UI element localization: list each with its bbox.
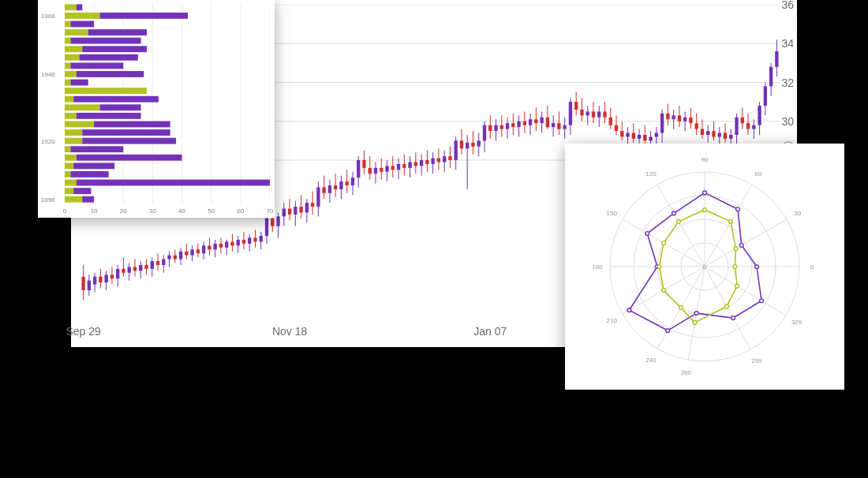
svg-rect-58 [230,241,234,245]
svg-rect-244 [764,86,767,106]
svg-rect-242 [758,106,761,125]
svg-rect-102 [357,160,360,177]
svg-rect-196 [626,133,629,137]
y-tick: 1920 [41,137,55,144]
svg-rect-301 [77,180,270,186]
svg-rect-298 [65,171,70,177]
svg-rect-130 [437,159,440,162]
svg-rect-210 [666,114,669,119]
svg-rect-90 [322,187,325,192]
svg-rect-22 [128,267,131,272]
svg-rect-174 [563,125,566,129]
svg-rect-297 [73,162,114,169]
svg-rect-92 [328,185,331,193]
svg-point-330 [627,308,631,312]
svg-point-339 [703,208,707,212]
angle-label: 150 [607,210,617,217]
stacked-bar-plot[interactable] [65,3,270,204]
x-tick: Jan 07 [473,325,507,338]
angle-label: 0 [703,263,706,271]
svg-rect-40 [179,252,182,260]
svg-rect-279 [65,88,147,94]
svg-point-328 [645,232,649,236]
stacked-bar-chart-card: 1968194819201896 010203040506070 [38,0,275,218]
x-tick: Sep 29 [65,325,100,338]
svg-rect-114 [391,166,395,170]
svg-point-346 [725,304,729,308]
svg-rect-12 [99,277,102,282]
svg-rect-122 [414,162,417,166]
svg-rect-80 [294,207,297,215]
svg-rect-116 [397,164,400,170]
svg-point-324 [739,244,743,248]
svg-rect-273 [65,62,70,69]
svg-rect-268 [70,38,140,44]
svg-rect-248 [775,51,778,67]
svg-rect-82 [299,207,302,212]
svg-rect-226 [712,131,715,136]
svg-point-332 [694,312,698,316]
svg-rect-299 [70,171,108,177]
svg-rect-204 [649,136,652,140]
svg-rect-86 [311,203,314,207]
x-tick: 40 [178,207,185,215]
svg-rect-289 [82,129,170,136]
svg-rect-164 [534,119,537,123]
svg-rect-94 [334,185,337,189]
x-tick: 50 [208,207,215,215]
svg-line-311 [705,219,787,267]
svg-rect-269 [65,46,82,52]
x-tick: 10 [91,207,98,215]
svg-rect-285 [77,113,141,119]
svg-rect-96 [339,181,342,189]
x-tick: 60 [237,207,244,215]
svg-rect-84 [305,203,309,212]
svg-rect-292 [65,146,70,152]
svg-rect-128 [431,159,434,164]
y-tick: 34 [781,37,794,50]
svg-point-337 [734,247,738,251]
svg-rect-30 [151,261,154,269]
y-tick: 36 [781,0,794,11]
svg-rect-304 [65,196,82,203]
svg-rect-228 [718,133,721,137]
svg-rect-10 [93,277,96,285]
svg-rect-238 [746,123,750,129]
angle-label: 329 [791,319,802,326]
svg-rect-136 [455,140,458,160]
svg-rect-158 [517,121,520,127]
svg-point-334 [760,299,764,303]
angle-label: 180 [592,263,602,271]
svg-rect-274 [70,62,123,69]
svg-rect-18 [116,269,119,278]
svg-rect-160 [523,121,526,125]
svg-rect-200 [638,135,641,139]
svg-rect-300 [65,180,77,186]
angle-label: 30 [794,210,801,217]
svg-rect-138 [460,140,463,148]
svg-rect-305 [82,196,94,203]
svg-rect-110 [380,168,383,172]
svg-rect-222 [701,129,704,135]
svg-point-344 [679,306,683,310]
svg-rect-132 [443,156,446,162]
svg-rect-218 [689,118,692,123]
svg-rect-261 [65,13,100,19]
radar-chart-card: 03060901201501802102402602993290 [565,144,844,390]
svg-rect-267 [65,38,70,44]
svg-rect-8 [88,281,91,290]
angle-label: 210 [607,317,617,324]
svg-rect-230 [724,133,727,139]
y-tick: 30 [781,115,794,128]
svg-rect-212 [672,115,675,119]
svg-rect-126 [425,160,428,164]
angle-label: 260 [681,368,691,375]
svg-rect-282 [65,104,100,110]
svg-rect-286 [65,121,94,128]
svg-point-341 [662,241,666,245]
svg-rect-154 [506,123,509,129]
svg-point-326 [703,191,707,195]
svg-rect-144 [477,140,481,146]
svg-rect-50 [208,245,211,249]
svg-point-340 [677,219,681,223]
